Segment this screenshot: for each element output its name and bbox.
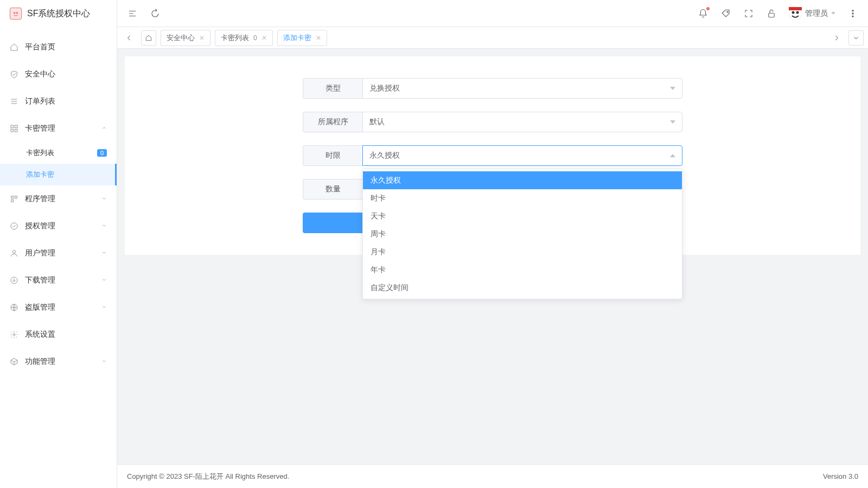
sidebar-item-auth[interactable]: 授权管理: [0, 213, 117, 240]
svg-point-13: [13, 333, 15, 336]
chevron-down-icon: [101, 358, 107, 365]
tabs-scroll-right-button[interactable]: [829, 30, 844, 46]
sidebar: SF系统授权中心 平台首页 安全中心 订单列表 卡密管理 卡密列表: [0, 0, 117, 488]
sidebar-item-label: 系统设置: [25, 330, 107, 339]
tag-button[interactable]: [720, 8, 731, 19]
chevron-down-icon: [101, 277, 107, 284]
tab-home[interactable]: [141, 30, 156, 46]
svg-point-1: [16, 12, 18, 14]
caret-down-icon: [670, 87, 675, 90]
chevron-up-icon: [101, 125, 107, 132]
dropdown-option[interactable]: 年卡: [363, 261, 682, 279]
sidebar-item-label: 用户管理: [25, 248, 101, 258]
user-label: 管理员: [805, 9, 828, 18]
sidebar-item-settings[interactable]: 系统设置: [0, 321, 117, 348]
sidebar-item-label: 卡密管理: [25, 124, 101, 133]
sidebar-menu: 平台首页 安全中心 订单列表 卡密管理 卡密列表 0 添加卡密: [0, 27, 117, 488]
sidebar-item-cards[interactable]: 卡密管理: [0, 115, 117, 142]
caret-down-icon: [670, 120, 675, 124]
sidebar-item-users[interactable]: 用户管理: [0, 240, 117, 267]
download-icon: [10, 276, 18, 285]
select-value: 默认: [369, 117, 670, 127]
svg-rect-5: [15, 129, 17, 132]
brand-name: SF系统授权中心: [27, 8, 90, 20]
dropdown-option[interactable]: 自定义时间: [363, 279, 682, 297]
svg-rect-6: [11, 196, 14, 198]
lock-button[interactable]: [766, 8, 777, 19]
svg-point-9: [11, 223, 17, 229]
svg-rect-7: [15, 196, 17, 198]
gear-icon: [10, 330, 18, 339]
svg-point-10: [12, 251, 15, 253]
caret-up-icon: [670, 154, 675, 157]
form-panel: 类型 兑换授权 所属程序 默认 时限: [125, 56, 860, 255]
collapse-sidebar-button[interactable]: [127, 8, 138, 19]
field-type: 类型 兑换授权: [303, 78, 682, 99]
field-program: 所属程序 默认: [303, 112, 682, 132]
sidebar-item-orders[interactable]: 订单列表: [0, 88, 117, 115]
sidebar-item-label: 添加卡密: [26, 170, 107, 179]
type-select[interactable]: 兑换授权: [362, 78, 682, 99]
sidebar-item-card-list[interactable]: 卡密列表 0: [0, 142, 117, 164]
tab-card-list[interactable]: 卡密列表 0 ✕: [215, 30, 273, 46]
sidebar-item-piracy[interactable]: 盗版管理: [0, 294, 117, 321]
duration-select[interactable]: 永久授权 永久授权 时卡 天卡 周卡 月卡 年卡 自定义时间: [362, 145, 682, 166]
sidebar-item-downloads[interactable]: 下载管理: [0, 267, 117, 294]
svg-rect-15: [769, 13, 775, 17]
dropdown-option[interactable]: 天卡: [363, 207, 682, 225]
brand-block: SF系统授权中心: [0, 0, 117, 27]
field-label: 数量: [303, 179, 362, 200]
sidebar-item-label: 程序管理: [25, 194, 101, 204]
sidebar-item-programs[interactable]: 程序管理: [0, 185, 117, 213]
sidebar-item-home[interactable]: 平台首页: [0, 34, 117, 61]
grid-icon: [10, 124, 18, 133]
avatar-icon: [789, 7, 802, 20]
caret-down-icon: [831, 12, 835, 15]
fullscreen-button[interactable]: [743, 8, 754, 19]
home-icon: [10, 43, 18, 52]
globe-icon: [10, 303, 18, 312]
refresh-button[interactable]: [150, 8, 161, 19]
chevron-down-icon: [101, 195, 107, 203]
sidebar-item-label: 订单列表: [25, 97, 107, 106]
svg-rect-19: [789, 7, 802, 10]
tab-label: 安全中心: [167, 33, 195, 43]
main-area: 管理员 安全中心 ✕ 卡密列表 0 ✕ 添加卡密 ✕: [117, 0, 868, 488]
tab-security[interactable]: 安全中心 ✕: [161, 30, 210, 46]
tabs-menu-button[interactable]: [848, 30, 864, 46]
footer-copyright: Copyright © 2023 SF-陌上花开 All Rights Rese…: [127, 472, 289, 481]
tab-label: 添加卡密: [283, 33, 311, 43]
sidebar-item-label: 安全中心: [25, 69, 107, 79]
sidebar-item-features[interactable]: 功能管理: [0, 348, 117, 375]
tab-close-button[interactable]: ✕: [199, 34, 205, 42]
field-label: 时限: [303, 145, 362, 166]
dropdown-option[interactable]: 月卡: [363, 243, 682, 261]
tab-badge: 0: [253, 34, 257, 42]
sidebar-item-label: 下载管理: [25, 275, 101, 285]
user-menu[interactable]: 管理员: [789, 7, 835, 20]
dropdown-option[interactable]: 时卡: [363, 189, 682, 207]
svg-rect-2: [11, 125, 14, 128]
sidebar-item-security[interactable]: 安全中心: [0, 61, 117, 88]
tabs-scroll-left-button[interactable]: [122, 30, 137, 46]
svg-point-0: [14, 12, 16, 14]
package-icon: [10, 357, 18, 366]
program-select[interactable]: 默认: [362, 112, 682, 132]
notification-dot-icon: [706, 7, 710, 10]
svg-point-17: [792, 11, 795, 14]
tab-card-add[interactable]: 添加卡密 ✕: [277, 30, 327, 46]
tab-close-button[interactable]: ✕: [316, 34, 321, 42]
notification-button[interactable]: [698, 8, 709, 19]
dropdown-option[interactable]: 永久授权: [363, 171, 682, 189]
sidebar-item-label: 平台首页: [25, 42, 107, 52]
footer-version: Version 3.0: [823, 472, 858, 480]
chevron-down-icon: [101, 304, 107, 311]
badge: 0: [97, 149, 107, 157]
dropdown-option[interactable]: 周卡: [363, 225, 682, 243]
more-button[interactable]: [847, 8, 858, 19]
sidebar-item-card-add[interactable]: 添加卡密: [0, 164, 117, 185]
tab-close-button[interactable]: ✕: [261, 34, 267, 42]
brand-logo-icon: [10, 8, 22, 20]
shield-icon: [10, 70, 18, 79]
sidebar-item-label: 授权管理: [25, 221, 101, 231]
